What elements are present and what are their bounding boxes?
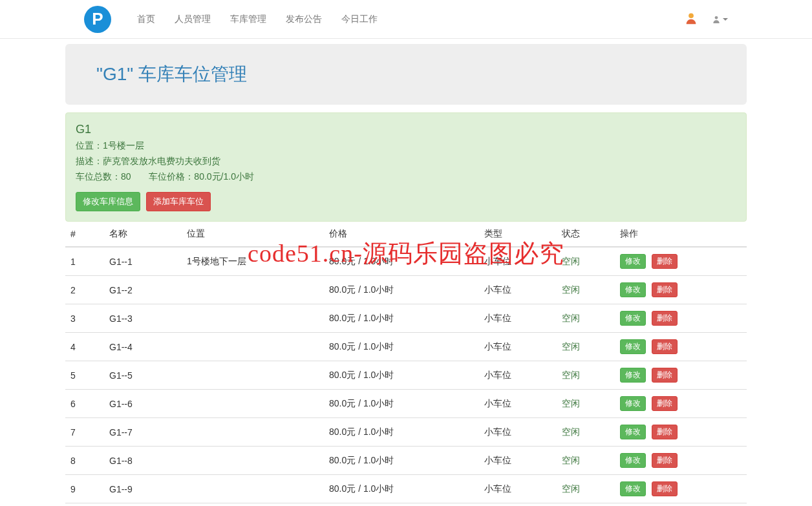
navbar: P 首页 人员管理 车库管理 发布公告 今日工作 <box>0 0 812 39</box>
svg-point-0 <box>689 13 694 18</box>
cell-location <box>182 333 324 361</box>
cell-type: 小车位 <box>479 447 557 475</box>
edit-row-button[interactable]: 修改 <box>620 282 646 297</box>
cell-name: G1--2 <box>104 276 182 304</box>
cell-location <box>182 475 324 503</box>
delete-row-button[interactable]: 删除 <box>652 254 678 269</box>
cell-status: 空闲 <box>557 390 615 418</box>
cell-name: G1--4 <box>104 333 182 361</box>
cell-status: 空闲 <box>557 333 615 361</box>
cell-type: 小车位 <box>479 304 557 333</box>
cell-id: 1 <box>65 247 104 276</box>
edit-row-button[interactable]: 修改 <box>620 396 646 411</box>
delete-row-button[interactable]: 删除 <box>652 396 678 411</box>
parking-slot-table: # 名称 位置 价格 类型 状态 操作 1G1--11号楼地下一层80.0元 /… <box>65 222 747 506</box>
cell-actions: 修改 删除 <box>615 390 747 418</box>
cell-price: 80.0元 / 1.0小时 <box>324 447 479 475</box>
cell-actions: 修改 删除 <box>615 247 747 276</box>
edit-row-button[interactable]: 修改 <box>620 481 646 496</box>
settings-dropdown[interactable] <box>711 14 728 25</box>
cell-location <box>182 276 324 304</box>
delete-row-button[interactable]: 删除 <box>652 282 678 297</box>
header-name: 名称 <box>104 222 182 247</box>
delete-row-button[interactable]: 删除 <box>652 339 678 354</box>
garage-desc-line: 描述：萨克管发放水电费功夫收到货 <box>76 156 736 167</box>
cell-location <box>182 503 324 507</box>
garage-info-panel: G1 位置：1号楼一层 描述：萨克管发放水电费功夫收到货 车位总数：80 车位价… <box>65 112 747 222</box>
header-price: 价格 <box>324 222 479 247</box>
header-location: 位置 <box>182 222 324 247</box>
edit-row-button[interactable]: 修改 <box>620 453 646 468</box>
delete-row-button[interactable]: 删除 <box>652 481 678 496</box>
cell-name: G1--8 <box>104 447 182 475</box>
cell-id: 5 <box>65 361 104 390</box>
nav-links: 首页 人员管理 车库管理 发布公告 今日工作 <box>137 14 684 25</box>
delete-row-button[interactable]: 删除 <box>652 453 678 468</box>
garage-location-line: 位置：1号楼一层 <box>76 140 736 152</box>
cell-actions: 修改 删除 <box>615 304 747 333</box>
garage-name: G1 <box>76 123 736 136</box>
cell-actions: 修改 删除 <box>615 503 747 507</box>
user-icon[interactable] <box>684 11 698 27</box>
cell-location <box>182 447 324 475</box>
table-row: 7G1--780.0元 / 1.0小时小车位空闲修改 删除 <box>65 418 747 447</box>
cell-type: 小车位 <box>479 361 557 390</box>
table-row: 1G1--11号楼地下一层80.0元 / 1.0小时小车位空闲修改 删除 <box>65 247 747 276</box>
nav-garage[interactable]: 车库管理 <box>230 14 266 25</box>
cell-status: 空闲 <box>557 475 615 503</box>
edit-row-button[interactable]: 修改 <box>620 339 646 354</box>
cell-actions: 修改 删除 <box>615 447 747 475</box>
cell-actions: 修改 删除 <box>615 418 747 447</box>
header-type: 类型 <box>479 222 557 247</box>
cell-name: G1--9 <box>104 475 182 503</box>
nav-home[interactable]: 首页 <box>137 14 155 25</box>
nav-notice[interactable]: 发布公告 <box>286 14 322 25</box>
edit-row-button[interactable]: 修改 <box>620 425 646 439</box>
cell-type: 小车位 <box>479 503 557 507</box>
header-id: # <box>65 222 104 247</box>
garage-stats-line: 车位总数：80 车位价格：80.0元/1.0小时 <box>76 171 736 183</box>
delete-row-button[interactable]: 删除 <box>652 425 678 439</box>
table-row: 4G1--480.0元 / 1.0小时小车位空闲修改 删除 <box>65 333 747 361</box>
cell-id: 9 <box>65 475 104 503</box>
header-status: 状态 <box>557 222 615 247</box>
cell-id: 7 <box>65 418 104 447</box>
edit-row-button[interactable]: 修改 <box>620 254 646 269</box>
cell-location <box>182 418 324 447</box>
cell-price: 80.0元 / 1.0小时 <box>324 475 479 503</box>
table-row: 2G1--280.0元 / 1.0小时小车位空闲修改 删除 <box>65 276 747 304</box>
cell-location <box>182 304 324 333</box>
cell-id: 10 <box>65 503 104 507</box>
navbar-right <box>684 11 728 27</box>
cell-actions: 修改 删除 <box>615 361 747 390</box>
cell-price: 80.0元 / 1.0小时 <box>324 247 479 276</box>
cell-name: G1--5 <box>104 361 182 390</box>
cell-status: 空闲 <box>557 361 615 390</box>
table-row: 3G1--380.0元 / 1.0小时小车位空闲修改 删除 <box>65 304 747 333</box>
cell-status: 空闲 <box>557 247 615 276</box>
cell-price: 80.0元 / 1.0小时 <box>324 276 479 304</box>
cell-status: 空闲 <box>557 276 615 304</box>
nav-today[interactable]: 今日工作 <box>341 14 378 25</box>
edit-row-button[interactable]: 修改 <box>620 311 646 326</box>
cell-type: 小车位 <box>479 390 557 418</box>
add-slot-button[interactable]: 添加车库车位 <box>146 192 211 211</box>
delete-row-button[interactable]: 删除 <box>652 311 678 326</box>
cell-price: 80.0元 / 1.0小时 <box>324 304 479 333</box>
logo-letter: P <box>92 9 103 29</box>
logo-icon[interactable]: P <box>84 6 111 33</box>
cell-id: 4 <box>65 333 104 361</box>
table-row: 8G1--880.0元 / 1.0小时小车位空闲修改 删除 <box>65 447 747 475</box>
edit-garage-button[interactable]: 修改车库信息 <box>76 192 140 211</box>
edit-row-button[interactable]: 修改 <box>620 368 646 383</box>
table-row: 9G1--980.0元 / 1.0小时小车位空闲修改 删除 <box>65 475 747 503</box>
cell-status: 空闲 <box>557 503 615 507</box>
cell-name: G1--1 <box>104 247 182 276</box>
nav-staff[interactable]: 人员管理 <box>175 14 211 25</box>
delete-row-button[interactable]: 删除 <box>652 368 678 383</box>
cell-name: G1--7 <box>104 418 182 447</box>
cell-location: 1号楼地下一层 <box>182 247 324 276</box>
table-row: 5G1--580.0元 / 1.0小时小车位空闲修改 删除 <box>65 361 747 390</box>
cell-name: G1--3 <box>104 304 182 333</box>
cell-type: 小车位 <box>479 418 557 447</box>
